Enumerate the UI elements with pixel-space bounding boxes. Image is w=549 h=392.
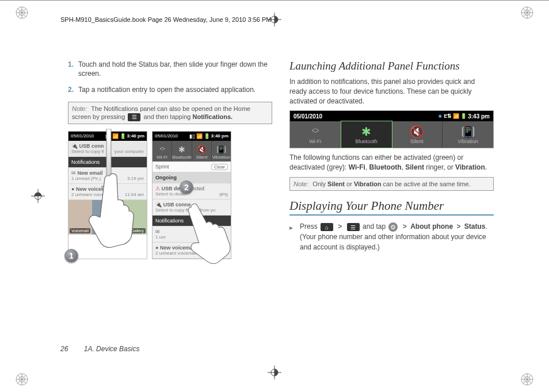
menu-key-icon: ☰ [128,113,140,121]
phone1-usb-title: USB conn [79,143,104,149]
phone2-time: 3:40 pm [211,133,228,139]
b-silent: Silent [405,163,424,171]
phone1-email: New email [78,170,103,176]
vibration-icon: 📳 [212,144,231,155]
menu-key-icon: ☰ [347,223,360,231]
phone1-email-sub: 1 unread (Pe.) [71,176,101,181]
func-bluetooth: Bluetooth [356,139,378,144]
phone2-date: 05/01/2010 [155,133,178,139]
heading-displaying-phone-number: Displaying Your Phone Number [289,199,494,216]
clear-button-mock: Clear [211,164,228,170]
page-footer: 26 1A. Device Basics [60,345,139,353]
func-wifi: Wi-Fi [309,139,321,144]
battery-icon: 🔋 [460,113,467,119]
p2-email-sub2: (Pe.) [218,235,228,240]
silent-icon: 🔇 [392,125,443,139]
note2-b1: Silent [327,180,345,187]
crop-rosette-bottom-left [15,372,29,386]
b-wifi: Wi-Fi [349,163,365,171]
instr-press: Press [300,222,319,230]
phone1-home-thumbnails: Voicemail Gallery [68,200,147,235]
para-functions-list: The following functions can either be ac… [289,153,494,172]
p2-mid: ringer, or [424,163,455,171]
status-label: Status [464,222,486,230]
gt-1: > [338,222,342,230]
silent-icon: 🔇 [192,144,211,155]
toggle-wifi: Wi-Fi [157,155,167,160]
step-1: Touch and hold the Status bar, then slid… [68,60,272,78]
toggle-vibration: Vibration [212,155,230,160]
phone1-date: 05/01/2010 [71,133,94,139]
about-phone-label: About phone [410,222,453,230]
note2-b2: Vibration [354,180,381,187]
gt-2: > [403,222,407,230]
step-2: Tap a notification entry to open the ass… [68,85,272,94]
p2-vm-time: 11:04 am [209,251,228,256]
func-vibration: Vibration [458,139,478,144]
registration-mark-bottom [268,366,281,379]
carrier-label: Sprint [155,164,169,170]
chapter-title: 1A. Device Basics [84,345,140,353]
instr-and-tap: and tap [363,222,387,230]
p2-vm-sub: 2 unheard voicemails [155,251,199,256]
vibration-icon: 📳 [443,125,493,139]
b-bt: Bluetooth [369,163,402,171]
crop-line-top [0,0,549,1]
page-number: 26 [60,345,68,353]
callout-2: 2 [180,180,193,194]
thumb-gallery: Gallery [129,228,146,233]
triangle-bullet-icon: ▸ [289,222,293,233]
wifi-icon: ⌔ [152,144,171,155]
thumb-voicemail: Voicemail [70,228,90,233]
toggle-silent: Silent [196,155,207,160]
note-text-after: and then tapping [143,113,192,120]
note2-label: Note: [293,180,308,187]
data-icon: E⇅ [444,113,452,119]
note2-b: or [345,180,354,187]
crop-rosette-top-right [520,6,534,20]
callout-1: 1 [64,249,78,263]
note2-c: can be active at the same time. [381,180,470,187]
p2-email-sub: 1 unr [155,235,166,240]
left-column: Touch and hold the Status bar, then slid… [68,60,272,353]
usb-dbg-sub2: ging [219,191,228,197]
page-header-filename: SPH-M910_BasicsGuide.book Page 26 Wednes… [60,16,272,23]
figure-row: 05/01/2010 ▮▯📶🔋3:40 pm 🔌 USB conn Select… [68,131,272,259]
note-label: Note: [72,105,87,112]
toggle-bluetooth: Bluetooth [172,155,192,160]
right-column: Launching Additional Panel Functions In … [289,60,494,353]
bt-status-icon: ∗ [438,113,443,119]
home-key-icon: ⌂ [321,223,333,231]
phone1-time: 3:40 pm [127,133,144,139]
wifi-icon: ⌔ [290,125,341,139]
crop-rosette-top-left [15,6,29,20]
bluetooth-icon: ✱ [172,144,192,155]
func-date: 05/01/2010 [293,113,322,120]
gt-3: > [456,222,460,230]
settings-gear-icon: ⚙ [388,222,398,232]
phone2-notifications-header: Notifications [152,216,231,226]
ongoing-header: Ongoing [152,172,231,183]
phone-screenshot-2: 05/01/2010 ▮▯📶🔋3:40 pm ⌔Wi-Fi ✱Bluetooth… [152,131,231,259]
usb-conn-sub: Select to copy files to/from yo [155,207,216,213]
para-panel-intro: In addition to notifications, this panel… [289,77,494,106]
swipe-down-arrow-icon [101,129,116,203]
phone1-email-time: 3:19 pm [127,176,144,181]
func-silent: Silent [410,139,424,144]
phone1-vm-time: 11:04 am [125,192,144,197]
p2-voicemail: New voicemails [160,245,199,251]
instruction-display-number: ▸ Press ⌂ > ☰ and tap ⚙ > About phone > … [289,221,494,252]
bluetooth-icon: ✱ [341,125,392,139]
phone1-usb-sub2: your computer [115,149,144,154]
heading-launching-panel-functions: Launching Additional Panel Functions [289,60,494,72]
phone1-usb-sub: Select to copy fi [71,149,104,154]
note-silent-vibration: Note: Only Silent or Vibration can be ac… [289,177,494,191]
func-time: 3:43 pm [468,113,490,120]
registration-mark-left [31,189,45,203]
note2-a: Only [312,180,327,187]
note-notifications-panel: Note: The Notifications panel can also b… [68,102,272,124]
usb-conn: USB conne [163,202,191,207]
crop-rosette-bottom-right [520,372,534,386]
note-bold-notifications: Notifications. [192,113,232,120]
b-vib: Vibration [455,163,485,171]
